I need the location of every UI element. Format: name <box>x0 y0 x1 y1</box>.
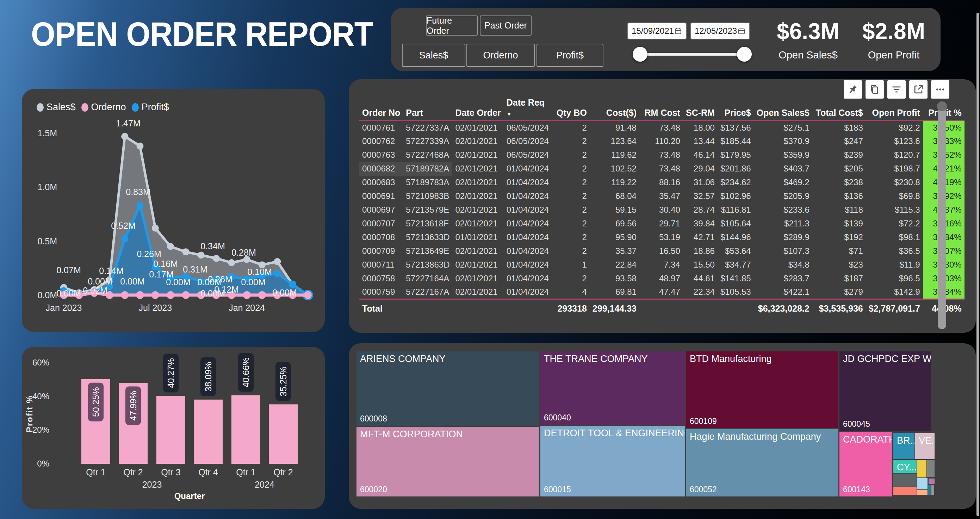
svg-text:Qtr 2: Qtr 2 <box>123 467 143 477</box>
cell-total-cost-: $247 <box>812 135 866 148</box>
date-from-input[interactable]: 15/09/2021 <box>627 22 687 40</box>
legend-item-orderno[interactable]: Orderno <box>81 102 126 113</box>
treemap-tile[interactable] <box>928 485 931 495</box>
total-date-order <box>452 299 503 317</box>
cell-order-no: 0000697 <box>359 203 403 217</box>
table-row[interactable]: 000070757213618F02/01/202101/04/2024269.… <box>359 217 964 231</box>
table-row[interactable]: 000076157227337A02/01/202106/05/2024291.… <box>359 121 964 135</box>
column-header-qty-bo[interactable]: Qty BO <box>554 98 590 121</box>
cell-cost-: 69.81 <box>590 286 640 299</box>
slider-handle-left[interactable] <box>633 47 648 62</box>
column-header-open-sales-[interactable]: Open Sales$ <box>754 98 812 121</box>
bar-qtr-4-2023[interactable] <box>194 400 223 464</box>
treemap-tile-ariens-company[interactable]: ARIENS COMPANY600008 <box>356 351 539 426</box>
more-options-icon[interactable] <box>931 80 949 98</box>
column-header-sc-rm[interactable]: SC-RM <box>683 98 718 121</box>
svg-text:0.00M: 0.00M <box>120 276 145 286</box>
treemap-tile-jd-gchpdc-exp-wareh[interactable]: JD GCHPDC EXP WAREH...600045 <box>840 351 931 431</box>
date-range-slider[interactable] <box>638 53 750 56</box>
total-open-sales-: $6,323,028.2 <box>754 299 812 317</box>
column-header-total-cost-[interactable]: Total Cost$ <box>812 98 866 121</box>
filter-icon[interactable] <box>887 80 906 98</box>
treemap-tile[interactable] <box>893 487 916 495</box>
table-row[interactable]: 000075957227167A02/01/202101/04/2024469.… <box>359 286 964 299</box>
column-header-part[interactable]: Part <box>403 98 452 121</box>
cell-price-: $105.64 <box>718 217 754 231</box>
tile-label: Hagie Manufacturing Company <box>690 431 821 442</box>
table-row[interactable]: 000069757213579E02/01/202101/04/2024259.… <box>359 203 964 217</box>
column-header-date-req[interactable]: Date Req▼ <box>504 98 554 121</box>
filter-button-future-order[interactable]: Future Order <box>426 16 478 36</box>
table-row[interactable]: 000068357189783A02/01/202101/04/20242119… <box>359 176 964 189</box>
cell-open-sales-: $211.3 <box>754 217 812 231</box>
treemap-tile-ve[interactable]: VE... <box>915 433 935 459</box>
filter-button-past-order[interactable]: Past Order <box>480 16 531 36</box>
treemap-tile[interactable] <box>931 485 934 495</box>
measure-button-orderno[interactable]: Orderno <box>466 44 535 67</box>
cell-total-cost-: $187 <box>812 272 866 286</box>
column-header-open-profit[interactable]: Open Profit <box>866 98 923 121</box>
treemap-tile[interactable] <box>917 478 928 489</box>
svg-text:0.28M: 0.28M <box>231 248 256 257</box>
table-row[interactable]: 000076357227468A02/01/202106/05/20242119… <box>359 148 964 162</box>
measure-button-sales-[interactable]: Sales$ <box>402 44 465 67</box>
treemap-tile-cadorath[interactable]: CADORATH-...600143 <box>840 432 892 497</box>
treemap-tile-the-trane-company[interactable]: THE TRANE COMPANY600040 <box>540 351 685 425</box>
date-to-input[interactable]: 12/05/2023 <box>690 22 750 40</box>
focus-mode-icon[interactable] <box>909 80 928 98</box>
cell-total-cost-: $239 <box>812 148 866 162</box>
legend-item-sales[interactable]: Sales$ <box>37 102 76 113</box>
table-row[interactable]: 000068257189782A02/01/202101/04/20242102… <box>359 162 964 176</box>
svg-text:0.07M: 0.07M <box>56 265 81 275</box>
page-scrollbar[interactable] <box>977 13 979 516</box>
date-to-value: 12/05/2023 <box>695 26 737 36</box>
cell-sc-rm: 44.61 <box>683 272 718 286</box>
bar-qtr-1-2024[interactable] <box>231 395 260 464</box>
svg-text:Qtr 3: Qtr 3 <box>161 467 181 477</box>
scrollbar-thumb[interactable] <box>937 102 947 111</box>
treemap-tile[interactable] <box>929 479 935 484</box>
treemap-tile-br[interactable]: BR... <box>893 433 915 459</box>
bar-qtr-2-2024[interactable] <box>269 404 298 464</box>
treemap-tile-btd-manufacturing[interactable]: BTD Manufacturing600109 <box>686 351 838 428</box>
measure-button-profit-[interactable]: Profit$ <box>536 44 603 67</box>
column-header-price-[interactable]: Price$ <box>718 98 754 121</box>
treemap-tile-mi-t-m-corporation[interactable]: MI-T-M CORPORATION600020 <box>356 427 539 497</box>
treemap-tile[interactable] <box>927 460 935 477</box>
cell-sc-rm: 15.50 <box>683 258 718 272</box>
column-header-date-order[interactable]: Date Order <box>452 98 503 121</box>
cell-date-order: 02/01/2021 <box>452 148 503 162</box>
table-row[interactable]: 000071157213863D02/01/202101/04/2024122.… <box>359 258 964 272</box>
column-header-rm-cost[interactable]: RM Cost <box>640 98 683 121</box>
cell-order-no: 0000708 <box>359 231 403 244</box>
cell-part: 57213863D <box>403 258 452 272</box>
cell-part: 57210983B <box>403 189 452 203</box>
table-row[interactable]: 000075857227164A02/01/202101/04/2024293.… <box>359 272 964 286</box>
treemap-tile[interactable] <box>893 474 916 487</box>
total-qty-bo: 293318 <box>554 299 590 317</box>
bar-qtr-3-2023[interactable] <box>156 396 185 464</box>
cell-price-: $53.64 <box>718 244 754 258</box>
copy-icon[interactable] <box>865 80 884 98</box>
customer-treemap-card: ARIENS COMPANY600008MI-T-M CORPORATION60… <box>349 343 976 509</box>
treemap-tile-hagie-manufacturing-company[interactable]: Hagie Manufacturing Company600052 <box>686 429 838 497</box>
column-header-order-no[interactable]: Order No <box>359 98 403 121</box>
treemap-tile-cy[interactable]: CY... <box>893 460 916 473</box>
column-header-cost-[interactable]: Cost($) <box>590 98 640 121</box>
svg-text:20%: 20% <box>32 425 49 435</box>
table-row[interactable]: 000070857213633D01/01/202101/04/2024295.… <box>359 231 964 244</box>
treemap-tile-detroit-tool-engineering[interactable]: DETROIT TOOL & ENGINEERING600015 <box>540 426 685 497</box>
cell-cost-: 119.22 <box>590 176 640 189</box>
table-row[interactable]: 000069157210983B02/01/202101/04/2024268.… <box>359 189 964 203</box>
treemap-tile[interactable] <box>917 460 926 478</box>
treemap-tile[interactable] <box>917 490 928 495</box>
svg-text:1.47M: 1.47M <box>116 118 140 128</box>
kpi-open-profit-label: Open Profit <box>830 49 957 61</box>
table-row[interactable]: 000070957213649E02/01/202101/04/2024235.… <box>359 244 964 258</box>
cell-price-: $185.44 <box>718 135 754 148</box>
total-rm-cost <box>640 299 683 317</box>
table-row[interactable]: 000076257227339A02/01/202106/05/20242123… <box>359 135 964 148</box>
pin-icon[interactable] <box>844 80 862 98</box>
legend-item-profit[interactable]: Profit$ <box>132 102 169 113</box>
table-scrollbar[interactable] <box>938 102 946 329</box>
